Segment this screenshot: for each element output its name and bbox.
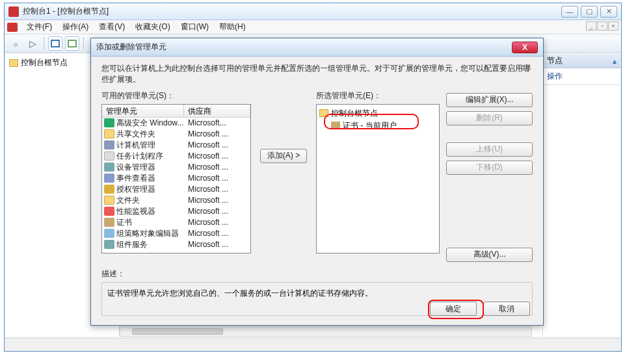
snapin-icon xyxy=(104,151,114,161)
up-button[interactable] xyxy=(48,36,62,51)
menu-favorites[interactable]: 收藏夹(O) xyxy=(130,20,175,34)
snapin-vendor: Microsoft ... xyxy=(185,174,250,183)
snapin-name: 高级安全 Window... xyxy=(116,118,185,129)
snapin-name: 授权管理器 xyxy=(116,184,185,195)
snapin-vendor: Microsoft ... xyxy=(185,229,250,238)
actions-sub[interactable]: 操作 xyxy=(543,68,620,85)
maximize-button[interactable]: ▢ xyxy=(581,6,598,18)
horizontal-scrollbar[interactable] xyxy=(120,326,532,337)
snapin-row[interactable]: 组策略对象编辑器Microsoft ... xyxy=(102,228,250,239)
mdi-minimize-button[interactable]: _ xyxy=(586,21,596,31)
menu-view[interactable]: 查看(V) xyxy=(94,20,130,34)
statusbar xyxy=(5,338,620,351)
snapin-name: 计算机管理 xyxy=(116,140,185,151)
snapin-name: 任务计划程序 xyxy=(116,151,185,162)
menu-action[interactable]: 操作(A) xyxy=(57,20,94,34)
snapin-vendor: Microsoft ... xyxy=(185,240,250,249)
move-down-button[interactable]: 下移(D) xyxy=(446,161,533,175)
snapin-row[interactable]: 共享文件夹Microsoft ... xyxy=(102,129,250,140)
selected-snapins-tree[interactable]: 控制台根节点 证书 - 当前用户 xyxy=(316,104,440,254)
snapin-name: 组件服务 xyxy=(116,239,185,250)
snapin-icon xyxy=(104,118,114,127)
menu-file[interactable]: 文件(F) xyxy=(21,20,57,34)
snapin-row[interactable]: 文件夹Microsoft ... xyxy=(102,195,250,206)
snapin-vendor: Microsoft ... xyxy=(185,151,250,161)
certificate-icon xyxy=(331,122,340,129)
dialog-close-button[interactable]: X xyxy=(512,42,538,53)
toolbar-separator xyxy=(83,37,84,50)
snapin-icon xyxy=(104,185,114,194)
snapin-row[interactable]: 授权管理器Microsoft ... xyxy=(102,184,250,195)
ok-button[interactable]: 确定 xyxy=(430,302,477,316)
snapin-vendor: Microsoft ... xyxy=(185,207,250,216)
snapin-icon xyxy=(104,207,114,216)
snapin-name: 组策略对象编辑器 xyxy=(116,228,185,239)
snapin-vendor: Microsoft ... xyxy=(185,218,250,227)
mdi-restore-button[interactable]: ▫ xyxy=(597,21,607,31)
toolbar-separator xyxy=(44,37,44,50)
snapin-name: 设备管理器 xyxy=(116,162,185,173)
snapin-row[interactable]: 事件查看器Microsoft ... xyxy=(102,173,250,184)
mdi-close-button[interactable]: × xyxy=(608,21,618,31)
advanced-button[interactable]: 高级(V)... xyxy=(446,248,533,262)
chevron-up-icon[interactable]: ▴ xyxy=(613,57,617,66)
snapin-row[interactable]: 组件服务Microsoft ... xyxy=(102,239,250,250)
snapin-icon xyxy=(104,229,114,238)
show-hide-button[interactable] xyxy=(65,36,79,51)
selected-cert-label: 证书 - 当前用户 xyxy=(343,120,397,131)
close-button[interactable]: ✕ xyxy=(600,6,617,18)
snapin-row[interactable]: 性能监视器Microsoft ... xyxy=(102,206,250,217)
edit-extensions-button[interactable]: 编辑扩展(X)... xyxy=(446,93,533,107)
col-vendor[interactable]: 供应商 xyxy=(184,105,250,117)
snapin-row[interactable]: 设备管理器Microsoft ... xyxy=(102,162,250,173)
snapin-name: 证书 xyxy=(116,217,185,228)
snapin-vendor: Microsoft ... xyxy=(185,162,250,172)
doc-icon xyxy=(7,23,18,32)
snapin-name: 文件夹 xyxy=(116,195,185,206)
description-label: 描述： xyxy=(101,268,533,280)
titlebar[interactable]: 控制台1 - [控制台根节点] — ▢ ✕ xyxy=(5,3,621,20)
available-snapins-list[interactable]: 管理单元 供应商 高级安全 Window...Microsoft...共享文件夹… xyxy=(101,104,251,254)
snapin-vendor: Microsoft ... xyxy=(185,129,250,138)
menubar: 文件(F) 操作(A) 查看(V) 收藏夹(O) 窗口(W) 帮助(H) _ ▫… xyxy=(5,20,621,34)
snapin-row[interactable]: 计算机管理Microsoft ... xyxy=(102,140,250,151)
menu-window[interactable]: 窗口(W) xyxy=(176,20,214,34)
window-title: 控制台1 - [控制台根节点] xyxy=(23,6,561,17)
actions-header[interactable]: 节点 ▴ xyxy=(543,54,620,68)
snapin-vendor: Microsoft ... xyxy=(185,196,250,205)
snapin-icon xyxy=(104,196,114,205)
folder-icon xyxy=(9,59,18,67)
forward-button[interactable]: ▷ xyxy=(25,36,40,51)
col-snapin[interactable]: 管理单元 xyxy=(102,105,184,117)
snapin-icon xyxy=(104,162,114,172)
snapin-icon xyxy=(104,140,114,150)
move-up-button[interactable]: 上移(U) xyxy=(446,142,533,157)
snapin-icon xyxy=(104,218,114,227)
menu-help[interactable]: 帮助(H) xyxy=(214,20,251,34)
selected-root-item[interactable]: 控制台根节点 xyxy=(319,107,436,120)
snapin-row[interactable]: 高级安全 Window...Microsoft... xyxy=(102,118,250,129)
snapin-name: 性能监视器 xyxy=(116,206,185,217)
snapin-row[interactable]: 任务计划程序Microsoft ... xyxy=(102,151,250,162)
back-button[interactable]: ⬦ xyxy=(8,36,23,51)
selected-root-label: 控制台根节点 xyxy=(331,108,378,119)
add-remove-snapin-dialog: 添加或删除管理单元 X 您可以在计算机上为此控制台选择可用的管理单元并配置所选的… xyxy=(90,38,544,326)
snapin-row[interactable]: 证书Microsoft ... xyxy=(102,217,250,228)
selected-cert-item[interactable]: 证书 - 当前用户 xyxy=(331,120,436,132)
available-label: 可用的管理单元(S)： xyxy=(101,90,251,101)
app-icon xyxy=(8,6,19,17)
add-button[interactable]: 添加(A) > xyxy=(260,149,307,163)
snapin-name: 共享文件夹 xyxy=(116,129,185,140)
cancel-button[interactable]: 取消 xyxy=(483,302,530,316)
minimize-button[interactable]: — xyxy=(561,6,578,18)
dialog-titlebar[interactable]: 添加或删除管理单元 X xyxy=(91,38,543,57)
actions-pane: 节点 ▴ 操作 xyxy=(542,54,620,337)
dialog-intro: 您可以在计算机上为此控制台选择可用的管理单元并配置所选的一组管理单元。对于可扩展… xyxy=(101,63,533,85)
tree-root-label: 控制台根节点 xyxy=(21,57,68,68)
snapin-icon xyxy=(104,240,114,249)
folder-icon xyxy=(319,109,328,117)
remove-button[interactable]: 删除(R) xyxy=(446,111,533,125)
snapin-vendor: Microsoft ... xyxy=(185,185,250,194)
scrollbar-thumb[interactable] xyxy=(132,328,223,335)
actions-header-label: 节点 xyxy=(547,55,563,66)
